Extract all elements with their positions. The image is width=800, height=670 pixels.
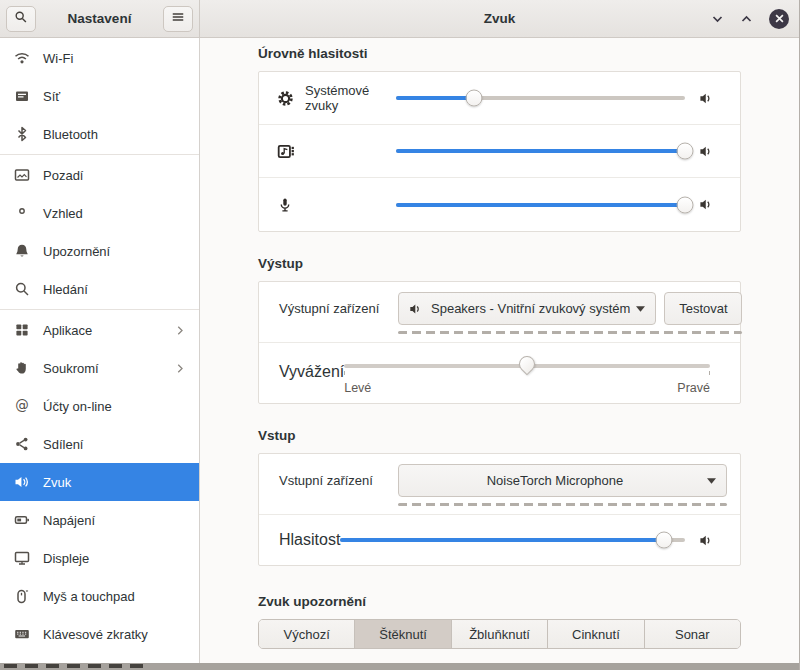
alert-sound-button-group: Výchozí Štěknutí Žbluňknutí Cinknutí Son… [258, 619, 741, 649]
balance-label: Vyvážení [279, 351, 344, 381]
sidebar-item-background[interactable]: Pozadí [0, 156, 199, 194]
output-device-value: Speakers - Vnitřní zvukový systém [431, 301, 630, 316]
sidebar-item-sound[interactable]: Zvuk [0, 463, 199, 501]
output-device-row: Výstupní zařízení Speakers - Vnitřní zvu… [259, 282, 740, 343]
sidebar-divider [0, 154, 199, 155]
app-volume-row [259, 125, 740, 178]
keyboard-icon [14, 626, 30, 642]
input-volume-row: Hlasitost [259, 515, 740, 565]
at-icon: @ [14, 398, 30, 414]
balance-slider-handle[interactable] [516, 353, 539, 376]
apps-icon [14, 322, 30, 338]
volume-speaker-icon [699, 197, 714, 212]
gear-icon [277, 90, 301, 107]
input-device-dropdown[interactable]: NoiseTorch Microphone [398, 464, 727, 497]
background-icon [14, 167, 30, 183]
sidebar-item-displays[interactable]: Displeje [0, 539, 199, 577]
share-icon [14, 436, 30, 452]
sidebar-item-power[interactable]: Napájení [0, 501, 199, 539]
volume-speaker-icon [699, 533, 714, 548]
settings-window: Nastavení Zvuk [0, 0, 800, 670]
input-volume-slider[interactable] [340, 530, 685, 550]
input-card: Vstupní zařízení NoiseTorch Microphone H… [258, 453, 741, 566]
input-device-label: Vstupní zařízení [279, 464, 398, 488]
output-level-meter [398, 331, 742, 334]
app-sound-icon [277, 142, 301, 160]
alert-option-sonar[interactable]: Sonar [645, 620, 740, 648]
sidebar-item-network[interactable]: Síť [0, 77, 199, 115]
sidebar-item-mouse[interactable]: Myš a touchpad [0, 577, 199, 615]
sidebar-item-appearance[interactable]: Vzhled [0, 194, 199, 232]
privacy-hand-icon [14, 360, 30, 376]
microphone-icon [277, 197, 301, 213]
slider-handle[interactable] [677, 143, 694, 160]
bluetooth-icon [14, 126, 30, 142]
system-sounds-label: Systémové zvuky [301, 83, 396, 113]
section-title-output: Výstup [258, 256, 741, 271]
page-title: Zvuk [484, 11, 516, 26]
titlebar: Nastavení Zvuk [0, 0, 799, 38]
alert-option-cinknuti[interactable]: Cinknutí [548, 620, 644, 648]
power-icon [14, 512, 30, 528]
sidebar-item-keyboard[interactable]: Klávesové zkratky [0, 615, 199, 653]
alert-option-steknuti[interactable]: Štěknutí [355, 620, 451, 648]
main-headerbar: Zvuk [200, 0, 799, 38]
sidebar-item-search[interactable]: Hledání [0, 270, 199, 308]
balance-slider[interactable] [344, 357, 710, 375]
sidebar-item-applications[interactable]: Aplikace [0, 311, 199, 349]
speaker-icon [409, 302, 423, 316]
bell-icon [14, 243, 30, 259]
search-button[interactable] [6, 6, 36, 32]
close-icon [775, 14, 784, 23]
input-volume-label: Hlasitost [279, 531, 340, 549]
input-device-value: NoiseTorch Microphone [409, 473, 701, 488]
output-device-label: Výstupní zařízení [279, 292, 398, 316]
volume-levels-card: Systémové zvuky [258, 71, 741, 232]
balance-tick-right [709, 371, 710, 375]
chevron-right-icon [176, 363, 185, 374]
balance-right-label: Pravé [677, 381, 710, 395]
volume-speaker-icon [699, 91, 714, 106]
speaker-icon [14, 474, 30, 490]
mic-volume-row [259, 178, 740, 231]
slider-handle[interactable] [656, 532, 673, 549]
close-button[interactable] [769, 9, 789, 29]
output-card: Výstupní zařízení Speakers - Vnitřní zvu… [258, 281, 741, 404]
output-device-dropdown[interactable]: Speakers - Vnitřní zvukový systém [398, 292, 656, 325]
maximize-button[interactable] [740, 13, 753, 25]
sidebar-item-online-accounts[interactable]: @ Účty on-line [0, 387, 199, 425]
network-icon [14, 88, 30, 104]
sidebar-title: Nastavení [68, 11, 132, 26]
search-icon [14, 10, 28, 28]
sidebar-item-bluetooth[interactable]: Bluetooth [0, 115, 199, 153]
hamburger-icon [171, 10, 185, 28]
chevron-down-icon [636, 306, 645, 312]
clipped-window-edge [0, 663, 799, 670]
sidebar-item-privacy[interactable]: Soukromí [0, 349, 199, 387]
alert-option-zblunknuti[interactable]: Žbluňknutí [452, 620, 548, 648]
input-level-meter [398, 503, 727, 506]
app-volume-slider[interactable] [396, 141, 685, 161]
system-sounds-row: Systémové zvuky [259, 72, 740, 125]
sidebar-item-notifications[interactable]: Upozornění [0, 232, 199, 270]
sidebar-headerbar: Nastavení [0, 0, 200, 38]
window-controls [711, 0, 789, 37]
magnifier-icon [14, 281, 30, 297]
test-speakers-button[interactable]: Testovat [664, 292, 742, 325]
sidebar-item-sharing[interactable]: Sdílení [0, 425, 199, 463]
balance-left-label: Levé [344, 381, 371, 395]
chevron-right-icon [176, 325, 185, 336]
sidebar: Wi-Fi Síť Bluetooth Pozadí Vzhled Upoz [0, 38, 200, 670]
slider-handle[interactable] [677, 196, 694, 213]
alert-option-vychozi[interactable]: Výchozí [259, 620, 355, 648]
display-icon [14, 550, 30, 566]
sidebar-item-wifi[interactable]: Wi-Fi [0, 39, 199, 77]
minimize-button[interactable] [711, 13, 724, 25]
section-title-input: Vstup [258, 428, 741, 443]
balance-tick-left [344, 371, 345, 375]
menu-button[interactable] [163, 6, 193, 32]
mic-volume-slider[interactable] [396, 195, 685, 215]
slider-handle[interactable] [466, 90, 483, 107]
section-title-volume-levels: Úrovně hlasitosti [258, 46, 741, 61]
system-sounds-volume-slider[interactable] [396, 88, 685, 108]
